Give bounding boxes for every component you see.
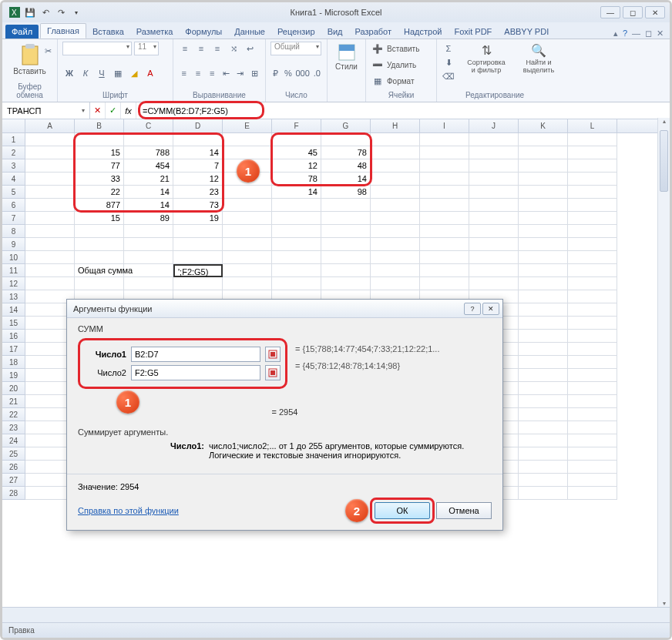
- arg1-ref-button[interactable]: [265, 347, 281, 362]
- cell[interactable]: [371, 251, 420, 264]
- cell[interactable]: [321, 133, 371, 146]
- sort-filter-button[interactable]: ⇅ Сортировка и фильтр: [462, 42, 511, 83]
- cell[interactable]: 48: [321, 159, 371, 173]
- row-header[interactable]: 8: [2, 225, 25, 238]
- cut-icon[interactable]: ✂: [41, 44, 55, 58]
- tab-review[interactable]: Рецензир: [271, 25, 321, 39]
- find-button[interactable]: 🔍 Найти и выделить: [517, 42, 560, 83]
- cell[interactable]: [519, 186, 568, 199]
- cancel-formula-icon[interactable]: ✕: [90, 102, 106, 119]
- col-header[interactable]: E: [223, 119, 272, 132]
- row-header[interactable]: 23: [2, 421, 25, 434]
- qat-redo-icon[interactable]: ↷: [55, 6, 67, 18]
- cell[interactable]: [223, 212, 272, 225]
- cell[interactable]: [321, 277, 371, 290]
- cell[interactable]: [321, 225, 371, 238]
- cell[interactable]: [124, 238, 173, 251]
- col-header[interactable]: I: [420, 119, 469, 132]
- tab-developer[interactable]: Разработ: [349, 25, 398, 39]
- cell[interactable]: [25, 212, 75, 225]
- tab-home[interactable]: Главная: [40, 23, 86, 39]
- cell[interactable]: [321, 238, 371, 251]
- wrap-icon[interactable]: ↩: [243, 42, 257, 55]
- tab-view[interactable]: Вид: [321, 25, 349, 39]
- cell[interactable]: [519, 461, 568, 474]
- tab-formulas[interactable]: Формулы: [179, 25, 228, 39]
- cell[interactable]: [519, 199, 568, 212]
- cell[interactable]: [568, 212, 617, 225]
- cell[interactable]: [124, 264, 173, 277]
- cell[interactable]: [519, 487, 568, 500]
- row-header[interactable]: 3: [2, 159, 25, 173]
- cell[interactable]: [519, 238, 568, 251]
- cell[interactable]: [519, 447, 568, 461]
- cell[interactable]: [420, 173, 469, 186]
- font-size-combo[interactable]: 11: [134, 42, 159, 55]
- cell[interactable]: [519, 474, 568, 487]
- cell[interactable]: [519, 356, 568, 369]
- ribbon-minimize-icon[interactable]: ▴: [613, 28, 618, 39]
- cell[interactable]: [568, 408, 617, 421]
- cell[interactable]: [223, 199, 272, 212]
- align-center-icon[interactable]: ≡: [192, 66, 203, 80]
- cell[interactable]: [173, 251, 223, 264]
- cell[interactable]: [568, 159, 617, 173]
- row-header[interactable]: 12: [2, 277, 25, 290]
- cell[interactable]: [272, 238, 321, 251]
- cell[interactable]: 22: [75, 186, 124, 199]
- cell[interactable]: [272, 212, 321, 225]
- cell[interactable]: [568, 369, 617, 382]
- col-header[interactable]: A: [25, 119, 75, 132]
- cell[interactable]: [420, 133, 469, 146]
- enter-formula-icon[interactable]: ✓: [106, 102, 121, 119]
- underline-icon[interactable]: Ч: [95, 66, 109, 80]
- cell[interactable]: [420, 159, 469, 173]
- select-all-corner[interactable]: [2, 119, 25, 132]
- cell[interactable]: [371, 186, 420, 199]
- cell[interactable]: [469, 199, 519, 212]
- row-header[interactable]: 5: [2, 186, 25, 199]
- cell[interactable]: [223, 186, 272, 199]
- cell[interactable]: [568, 303, 617, 317]
- orientation-icon[interactable]: ⤭: [227, 42, 240, 55]
- cell[interactable]: [272, 133, 321, 146]
- cell[interactable]: 73: [173, 199, 223, 212]
- bold-icon[interactable]: Ж: [62, 66, 76, 80]
- percent-icon[interactable]: %: [283, 66, 293, 80]
- row-header[interactable]: 2: [2, 146, 25, 159]
- cell[interactable]: [469, 159, 519, 173]
- cell[interactable]: [75, 238, 124, 251]
- cell[interactable]: [519, 303, 568, 317]
- cell[interactable]: [568, 447, 617, 461]
- cell[interactable]: [25, 238, 75, 251]
- cell[interactable]: [519, 146, 568, 159]
- styles-button[interactable]: Стили: [332, 42, 361, 72]
- cell[interactable]: [568, 251, 617, 264]
- cell[interactable]: 12: [272, 159, 321, 173]
- comma-icon[interactable]: 000: [296, 66, 310, 80]
- cell[interactable]: [519, 421, 568, 434]
- cell[interactable]: [420, 212, 469, 225]
- cell[interactable]: [568, 173, 617, 186]
- cell[interactable]: [519, 212, 568, 225]
- cell[interactable]: [469, 146, 519, 159]
- cell[interactable]: [568, 487, 617, 500]
- cell[interactable]: [519, 317, 568, 330]
- cell[interactable]: [519, 395, 568, 408]
- row-header[interactable]: 20: [2, 382, 25, 395]
- cell[interactable]: [371, 159, 420, 173]
- col-header[interactable]: B: [75, 119, 124, 132]
- qat-save-icon[interactable]: 💾: [24, 6, 36, 18]
- cell[interactable]: [371, 277, 420, 290]
- cell[interactable]: [568, 290, 617, 303]
- cell[interactable]: [568, 317, 617, 330]
- cell[interactable]: [371, 133, 420, 146]
- cell[interactable]: [25, 264, 75, 277]
- cell[interactable]: 7: [173, 159, 223, 173]
- tab-file[interactable]: Файл: [5, 25, 39, 39]
- cell[interactable]: 15: [75, 146, 124, 159]
- cell[interactable]: 23: [173, 186, 223, 199]
- cell[interactable]: 14: [124, 199, 173, 212]
- cell[interactable]: [173, 277, 223, 290]
- col-header[interactable]: G: [321, 119, 371, 132]
